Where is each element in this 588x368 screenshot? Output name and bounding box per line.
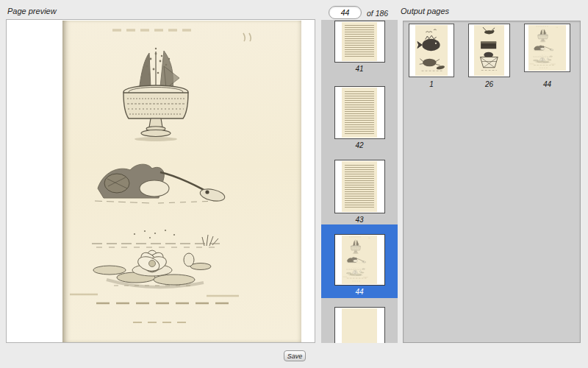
- text-page-thumbnail: [342, 88, 377, 138]
- engraving-plate-1-mini: [415, 25, 448, 76]
- engraving-plate-44-mini: [342, 236, 377, 284]
- text-lines: [345, 165, 375, 208]
- output-thumb-26[interactable]: 26: [468, 24, 510, 91]
- strip-thumb-blank[interactable]: [321, 307, 398, 343]
- thumb-frame: [334, 21, 385, 63]
- engraving-plate-44-mini: [528, 25, 565, 71]
- page-preview-label: Page preview: [7, 7, 57, 15]
- strip-thumb-44-selected[interactable]: 44: [321, 224, 398, 298]
- strip-page-number: 43: [321, 216, 398, 224]
- page-number-input[interactable]: [329, 6, 362, 19]
- thumb-frame: [334, 160, 385, 213]
- thumb-frame: [334, 86, 385, 139]
- output-pages-panel: 1 26 44: [403, 21, 581, 343]
- strip-page-number: 44: [321, 288, 398, 296]
- strip-page-number: 41: [321, 65, 398, 73]
- strip-page-number: 42: [321, 141, 398, 149]
- output-pages-label: Output pages: [401, 7, 449, 15]
- strip-thumb-41[interactable]: 41: [321, 21, 398, 73]
- engraving-page-thumbnail: [474, 25, 504, 76]
- engraving-page-thumbnail: [342, 236, 377, 284]
- app-window: { "header": { "page_preview_label": "Pag…: [0, 0, 588, 368]
- text-lines: [345, 25, 375, 59]
- page-total-label: of 186: [367, 9, 388, 18]
- text-page-thumbnail: [342, 22, 377, 61]
- engraving-plate-44: [62, 21, 301, 342]
- page-preview-panel: [6, 19, 315, 343]
- output-thumb-44[interactable]: 44: [524, 24, 570, 91]
- text-lines: [345, 91, 375, 135]
- text-page-thumbnail: [342, 161, 377, 212]
- strip-thumb-43[interactable]: 43: [321, 160, 398, 224]
- engraving-page-thumbnail: [528, 25, 565, 71]
- preview-page: [62, 21, 301, 342]
- engraving-page-thumbnail: [415, 25, 448, 76]
- strip-thumb-42[interactable]: 42: [321, 86, 398, 149]
- thumbnail-strip: 41 42 43 44: [321, 20, 398, 343]
- thumb-frame: [409, 24, 454, 77]
- output-page-number: 26: [468, 80, 510, 88]
- thumb-frame: [334, 234, 385, 286]
- thumb-frame: [334, 307, 385, 343]
- thumb-frame: [524, 24, 570, 72]
- thumb-frame: [468, 24, 510, 77]
- save-button[interactable]: Save: [284, 350, 306, 361]
- output-page-number: 1: [409, 80, 454, 88]
- output-thumb-1[interactable]: 1: [409, 24, 454, 91]
- blank-page-thumbnail: [342, 308, 377, 343]
- engraving-plate-26-mini: [474, 25, 504, 76]
- output-page-number: 44: [524, 80, 570, 88]
